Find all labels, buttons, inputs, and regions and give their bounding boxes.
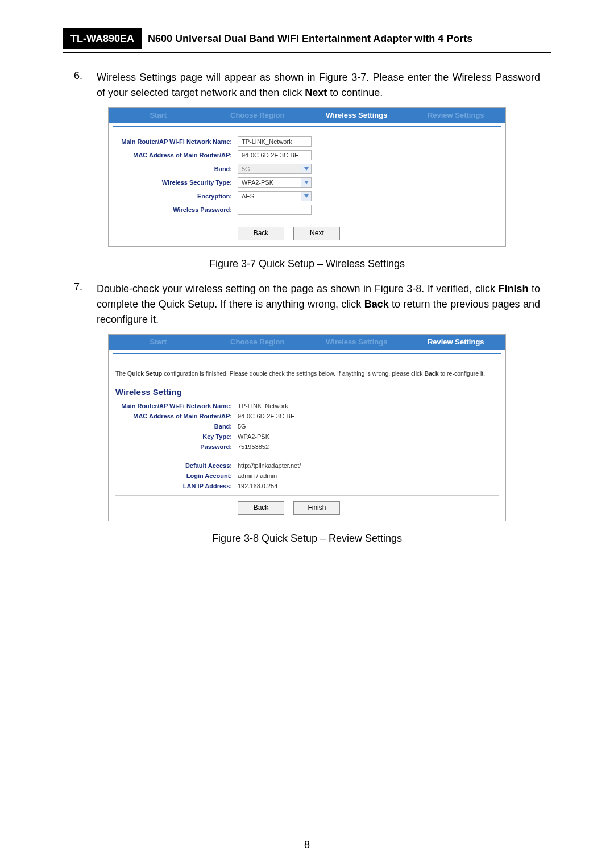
page-header: TL-WA890EA N600 Universal Dual Band WiFi…	[63, 28, 551, 49]
button-row: Back Finish	[115, 501, 499, 515]
section-wireless-setting: Wireless Setting	[115, 387, 499, 397]
value-password: 751953852	[238, 443, 269, 450]
label-mac: MAC Address of Main Router/AP:	[115, 413, 238, 420]
value-band: 5G	[238, 423, 246, 430]
tab-review-settings[interactable]: Review Settings	[406, 108, 506, 123]
step-text: Double-check your wireless setting on th…	[97, 281, 540, 327]
wizard-separator	[113, 353, 501, 354]
finish-button[interactable]: Finish	[293, 501, 340, 515]
label-network-name: Main Router/AP Wi-Fi Network Name:	[115, 402, 238, 409]
tab-start[interactable]: Start	[109, 335, 208, 350]
form-divider	[115, 221, 499, 221]
chevron-down-icon[interactable]	[301, 164, 312, 174]
label-mac: MAC Address of Main Router/AP:	[115, 152, 238, 159]
input-wireless-password[interactable]	[238, 205, 312, 215]
tab-start[interactable]: Start	[109, 108, 208, 123]
value-login-account: admin / admin	[238, 472, 277, 479]
select-security-type[interactable]: WPA2-PSK	[238, 177, 301, 188]
label-band: Band:	[115, 423, 238, 430]
chevron-down-icon[interactable]	[301, 191, 312, 201]
header-rule	[63, 52, 551, 53]
input-network-name[interactable]	[238, 136, 312, 147]
value-key-type: WPA2-PSK	[238, 433, 269, 440]
back-button[interactable]: Back	[238, 227, 284, 240]
step-number: 7.	[74, 281, 97, 327]
form-divider	[115, 495, 499, 496]
tab-wireless-settings[interactable]: Wireless Settings	[307, 335, 406, 350]
page-number: 8	[0, 839, 614, 851]
step-text: Wireless Settings page will appear as sh…	[97, 70, 540, 101]
back-button[interactable]: Back	[238, 501, 284, 515]
wizard-tabs: Start Choose Region Wireless Settings Re…	[109, 108, 505, 123]
figure-3-8-caption: Figure 3-8 Quick Setup – Review Settings	[63, 533, 551, 545]
label-network-name: Main Router/AP Wi-Fi Network Name:	[115, 138, 238, 145]
manual-page: TL-WA890EA N600 Universal Dual Band WiFi…	[0, 0, 614, 868]
input-mac[interactable]	[238, 150, 312, 160]
value-lan-ip: 192.168.0.254	[238, 483, 277, 489]
tab-choose-region[interactable]: Choose Region	[208, 335, 308, 350]
figure-3-8: Start Choose Region Wireless Settings Re…	[108, 334, 506, 521]
label-lan-ip: LAN IP Address:	[115, 483, 238, 489]
tab-wireless-settings[interactable]: Wireless Settings	[307, 108, 406, 123]
wizard-body: Main Router/AP Wi-Fi Network Name: MAC A…	[109, 131, 505, 246]
next-button[interactable]: Next	[293, 227, 340, 240]
footer-rule	[63, 829, 551, 829]
label-band: Band:	[115, 165, 238, 172]
figure-3-7-caption: Figure 3-7 Quick Setup – Wireless Settin…	[63, 258, 551, 270]
form-divider	[115, 456, 499, 456]
step-number: 6.	[74, 70, 97, 101]
wizard-body: The Quick Setup configuration is finishe…	[109, 358, 505, 521]
label-default-access: Default Access:	[115, 462, 238, 469]
wizard-tabs: Start Choose Region Wireless Settings Re…	[109, 335, 505, 350]
value-network-name: TP-LINK_Network	[238, 402, 288, 409]
button-row: Back Next	[115, 227, 499, 240]
tab-review-settings[interactable]: Review Settings	[406, 335, 506, 350]
label-security-type: Wireless Security Type:	[115, 179, 238, 186]
svg-marker-1	[304, 181, 309, 184]
step-7: 7. Double-check your wireless setting on…	[74, 281, 540, 327]
value-default-access: http://tplinkadapter.net/	[238, 462, 301, 469]
svg-marker-2	[304, 194, 309, 198]
wizard-separator	[113, 126, 501, 127]
label-wireless-password: Wireless Password:	[115, 206, 238, 213]
review-intro: The Quick Setup configuration is finishe…	[115, 370, 499, 377]
select-encryption[interactable]: AES	[238, 191, 301, 201]
label-password: Password:	[115, 443, 238, 450]
label-encryption: Encryption:	[115, 193, 238, 200]
figure-3-7: Start Choose Region Wireless Settings Re…	[108, 107, 506, 247]
chevron-down-icon[interactable]	[301, 177, 312, 188]
tab-choose-region[interactable]: Choose Region	[208, 108, 308, 123]
product-title: N600 Universal Dual Band WiFi Entertainm…	[142, 28, 551, 49]
svg-marker-0	[304, 167, 309, 171]
step-6: 6. Wireless Settings page will appear as…	[74, 70, 540, 101]
value-mac: 94-0C-6D-2F-3C-BE	[238, 413, 294, 420]
label-key-type: Key Type:	[115, 433, 238, 440]
label-login-account: Login Account:	[115, 472, 238, 479]
select-band[interactable]: 5G	[238, 164, 301, 174]
model-label: TL-WA890EA	[63, 28, 142, 49]
